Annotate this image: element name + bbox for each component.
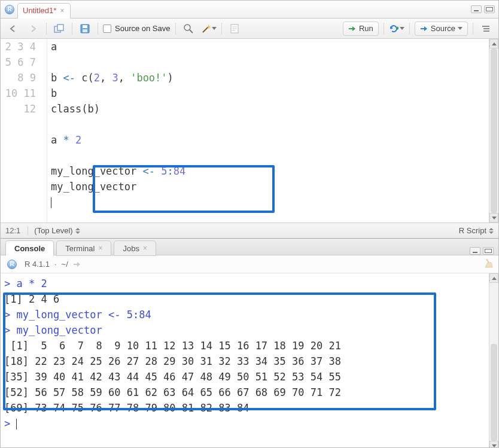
back-button[interactable] <box>5 22 21 36</box>
console-output[interactable]: > a * 2 [1] 2 4 6 > my_long_vector <- 5:… <box>1 273 489 448</box>
separator-dot: · <box>54 260 57 269</box>
svg-rect-1 <box>57 25 63 31</box>
language-selector[interactable]: R Script <box>459 226 494 235</box>
source-on-save-toggle[interactable]: Source on Save <box>103 24 171 33</box>
source-button[interactable]: Source <box>415 22 468 36</box>
r-logo-icon: R <box>5 258 19 271</box>
line-number-gutter: 2 3 4 5 6 7 8 9 10 11 12 <box>1 39 47 223</box>
find-replace-button[interactable] <box>181 22 196 36</box>
run-button[interactable]: Run <box>343 22 379 36</box>
rerun-button[interactable] <box>389 22 404 36</box>
chevron-down-icon <box>212 27 217 30</box>
r-version-label: R 4.1.1 <box>25 260 50 269</box>
source-on-save-label: Source on Save <box>115 24 171 33</box>
source-toolbar: Source on Save Run Source <box>1 19 498 39</box>
updown-icon <box>489 228 494 234</box>
chevron-down-icon <box>400 27 404 30</box>
scope-selector[interactable]: (Top Level) <box>28 226 80 235</box>
close-icon[interactable]: × <box>98 244 102 252</box>
text-cursor <box>51 197 51 208</box>
show-in-new-window-button[interactable] <box>51 22 67 36</box>
goto-directory-icon[interactable] <box>73 261 81 268</box>
maximize-pane-button[interactable] <box>484 5 495 13</box>
source-tab-untitled1[interactable]: Untitled1* × <box>17 3 71 19</box>
svg-point-5 <box>184 25 190 31</box>
minimize-pane-button[interactable] <box>471 5 482 13</box>
minimize-pane-button[interactable] <box>470 247 480 255</box>
scope-label: (Top Level) <box>34 226 72 235</box>
console-infobar: R R 4.1.1 · ~/ <box>1 255 498 273</box>
tab-jobs-label: Jobs <box>123 244 139 253</box>
run-label: Run <box>359 24 373 33</box>
tab-terminal[interactable]: Terminal × <box>56 240 111 256</box>
code-content[interactable]: a b <- c(2, 3, 'boo!') b class(b) a * 2 … <box>47 39 489 223</box>
code-tools-button[interactable] <box>201 22 217 36</box>
compile-report-button[interactable] <box>227 22 242 36</box>
console-pane: Console Terminal × Jobs × R R 4.1.1 · ~/… <box>1 239 498 448</box>
source-tabbar: R Untitled1* × <box>1 1 498 19</box>
console-scrollbar[interactable] <box>489 273 498 448</box>
close-icon[interactable]: × <box>143 244 147 252</box>
rscript-file-icon: R <box>3 3 16 16</box>
scrollbar-thumb[interactable] <box>491 344 497 441</box>
tab-console[interactable]: Console <box>5 240 54 256</box>
code-editor[interactable]: 2 3 4 5 6 7 8 9 10 11 12 a b <- c(2, 3, … <box>1 39 498 223</box>
text-cursor <box>16 419 17 429</box>
tab-jobs[interactable]: Jobs × <box>114 240 156 256</box>
tab-console-label: Console <box>14 244 45 253</box>
source-label: Source <box>431 24 455 33</box>
source-tab-title: Untitled1* <box>23 6 56 15</box>
save-button[interactable] <box>77 22 93 36</box>
scrollbar-thumb[interactable] <box>491 48 497 213</box>
language-label: R Script <box>459 226 486 235</box>
svg-rect-3 <box>83 25 87 28</box>
svg-line-15 <box>486 259 489 263</box>
checkbox-icon <box>103 25 111 33</box>
console-tabbar: Console Terminal × Jobs × <box>1 239 498 255</box>
console-prompt[interactable]: > <box>4 417 16 429</box>
close-icon[interactable]: × <box>60 7 64 14</box>
clear-console-button[interactable] <box>483 258 494 270</box>
editor-statusbar: 12:1 (Top Level) R Script <box>1 223 498 238</box>
source-pane: R Untitled1* × Source on Save <box>1 1 498 239</box>
maximize-pane-button[interactable] <box>483 247 494 255</box>
tab-terminal-label: Terminal <box>65 244 95 253</box>
svg-line-6 <box>190 30 193 33</box>
updown-icon <box>75 228 80 234</box>
chevron-down-icon <box>458 27 463 30</box>
working-directory[interactable]: ~/ <box>62 260 68 269</box>
cursor-position: 12:1 <box>5 226 20 235</box>
outline-button[interactable] <box>478 22 494 36</box>
forward-button[interactable] <box>26 22 41 36</box>
svg-rect-4 <box>83 29 87 32</box>
editor-scrollbar[interactable] <box>489 39 498 223</box>
